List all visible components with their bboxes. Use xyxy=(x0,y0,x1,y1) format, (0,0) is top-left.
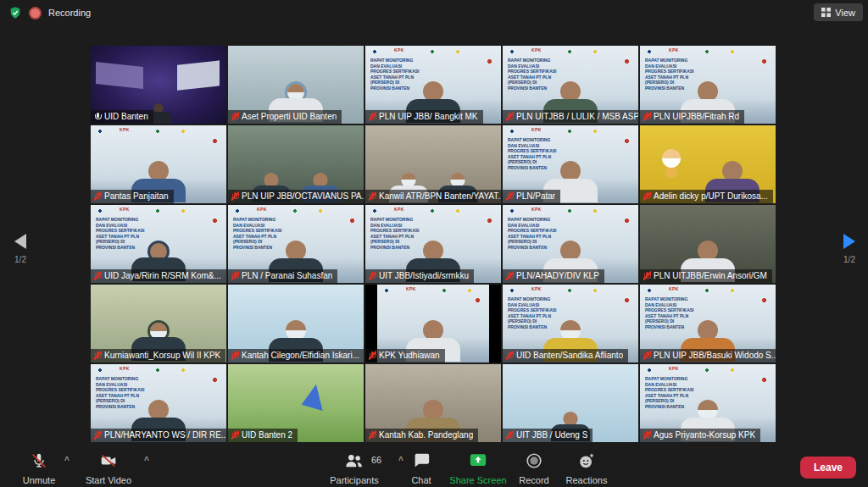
unmute-label: Unmute xyxy=(23,475,56,485)
video-tile[interactable]: PLN/Patar xyxy=(503,125,638,203)
participant-name: UIT JBB/Istiyadi/srmkku xyxy=(379,271,469,280)
video-tile[interactable]: UID Banten xyxy=(91,46,226,124)
muted-mic-icon xyxy=(231,271,239,280)
reactions-button[interactable]: Reactions xyxy=(557,451,616,485)
video-tile[interactable]: PLN UITJBB/Erwin Ansori/GM xyxy=(640,205,776,283)
participant-name: PLN/HARYANTO WS / DIR RE... xyxy=(104,430,226,440)
participant-name: UIT JBB / Udeng S xyxy=(516,430,587,440)
participants-button[interactable]: Participants 66 ^ xyxy=(320,451,388,485)
participant-name: PLN UIP JBB/ Bangkit MK xyxy=(379,112,478,121)
previous-page-arrow-icon[interactable] xyxy=(14,234,26,249)
participant-name-tag: UID Banten/Sandika Aflianto xyxy=(503,349,628,362)
muted-mic-icon xyxy=(94,351,102,360)
participant-name-tag: PLN/AHADY/DIV KLP xyxy=(503,269,604,283)
video-tile[interactable]: PLN/HARYANTO WS / DIR RE... xyxy=(91,364,226,442)
participant-name: PLN UITJBB/Erwin Ansori/GM xyxy=(654,271,767,280)
participant-name-tag: Kantah Cilegon/Elfidian Iskari... xyxy=(228,349,364,362)
meeting-toolbar: Unmute ^ Start Video ^ Participants 66 ^… xyxy=(0,449,868,487)
video-tile[interactable]: PLN UIPJBB/Fitrah Rd xyxy=(640,46,776,124)
record-icon xyxy=(525,451,543,470)
unmute-button[interactable]: Unmute ^ xyxy=(10,451,68,485)
recording-dot-icon xyxy=(29,7,42,19)
participant-name-tag: PLN UIP JBB/OCTAVIANUS PA... xyxy=(228,190,364,203)
video-tile[interactable]: PLN UIP JBB/OCTAVIANUS PA... xyxy=(228,125,364,203)
video-tile[interactable]: Kanwil ATR/BPN Banten/YAYAT... xyxy=(365,125,501,203)
participant-name: UID Banten 2 xyxy=(242,430,292,440)
video-tile[interactable]: PLN/AHADY/DIV KLP xyxy=(503,205,638,283)
participant-name-tag: UID Jaya/Ririn R/SRM Kom&... xyxy=(91,269,226,283)
next-page-arrow-icon[interactable] xyxy=(843,234,855,249)
page-indicator: 1/2 xyxy=(10,255,31,264)
video-tile[interactable]: PLN UIP JBB/ Bangkit MK xyxy=(365,46,501,124)
participant-name: PLN / Paranai Suhasfan xyxy=(242,271,332,280)
video-tile[interactable]: UID Jaya/Ririn R/SRM Kom&... xyxy=(91,205,226,283)
participant-name: UID Banten xyxy=(104,112,148,121)
participant-name-tag: UID Banten xyxy=(91,110,153,124)
muted-mic-icon xyxy=(94,271,102,280)
leave-button[interactable]: Leave xyxy=(800,457,856,479)
participant-name: PLN UIP JBB/Basuki Widodo S... xyxy=(654,351,776,360)
video-tile[interactable]: Agus Priyanto-Korsup KPK xyxy=(640,364,776,442)
video-tile[interactable]: Kantah Cilegon/Elfidian Iskari... xyxy=(228,285,364,362)
video-tile[interactable]: Pantas Panjaitan xyxy=(91,125,226,203)
muted-mic-icon xyxy=(231,430,239,440)
participant-name: Agus Priyanto-Korsup KPK xyxy=(654,430,755,440)
participant-name: PLN UIPJBB/Fitrah Rd xyxy=(654,112,739,121)
video-tile[interactable]: UIT JBB / Udeng S xyxy=(503,364,638,442)
start-video-button[interactable]: Start Video ^ xyxy=(75,451,142,485)
video-tile[interactable]: UID Banten/Sandika Aflianto xyxy=(503,285,638,362)
video-tile[interactable]: Adelin dicky p/UPT Durikosa... xyxy=(640,125,776,203)
participant-name-tag: UIT JBB / Udeng S xyxy=(503,429,593,442)
participant-name: PLN UITJBB / LULIK / MSB ASP... xyxy=(516,112,638,121)
muted-mic-icon xyxy=(643,271,651,280)
participant-name-tag: Pantas Panjaitan xyxy=(91,190,174,203)
muted-mic-icon xyxy=(231,191,239,201)
video-tile[interactable]: UID Banten 2 xyxy=(228,364,364,442)
video-options-caret-icon[interactable]: ^ xyxy=(144,456,149,465)
video-tile[interactable]: Aset Properti UID Banten xyxy=(228,46,364,124)
participant-name: PLN/AHADY/DIV KLP xyxy=(516,271,599,280)
participant-name-tag: UIT JBB/Istiyadi/srmkku xyxy=(365,269,474,283)
mic-options-caret-icon[interactable]: ^ xyxy=(64,456,70,465)
video-tile[interactable]: PLN / Paranai Suhasfan xyxy=(228,205,364,283)
share-screen-button[interactable]: Share Screen xyxy=(439,451,517,485)
record-button[interactable]: Record xyxy=(509,451,559,485)
view-label: View xyxy=(835,8,855,18)
video-tile[interactable]: Kantah Kab. Pandeglang xyxy=(365,364,501,442)
reactions-label: Reactions xyxy=(566,475,608,485)
participant-name-tag: PLN UIP JBB/Basuki Widodo S... xyxy=(640,349,776,362)
muted-mic-icon xyxy=(231,351,239,360)
video-tile[interactable]: PLN UITJBB / LULIK / MSB ASP... xyxy=(503,46,638,124)
participant-name: PLN/Patar xyxy=(516,191,555,201)
video-tile[interactable]: Kurniawanti_Korsup Wil II KPK xyxy=(91,285,226,362)
muted-mic-icon xyxy=(506,271,514,280)
view-button[interactable]: View xyxy=(814,3,863,21)
muted-mic-icon xyxy=(231,112,239,121)
participant-name-tag: PLN UIP JBB/ Bangkit MK xyxy=(365,110,483,124)
participant-name-tag: PLN / Paranai Suhasfan xyxy=(228,269,337,283)
recording-label: Recording xyxy=(48,8,91,18)
muted-mic-icon xyxy=(506,112,514,121)
participant-name-tag: UID Banten 2 xyxy=(228,429,298,442)
gallery-grid-icon xyxy=(821,8,831,17)
participant-name-tag: PLN UITJBB / LULIK / MSB ASP... xyxy=(503,110,638,124)
security-shield-icon[interactable] xyxy=(8,6,22,19)
video-tile[interactable]: PLN UIP JBB/Basuki Widodo S... xyxy=(640,285,776,362)
video-tile[interactable]: KPK Yudhiawan xyxy=(365,285,501,362)
participant-name-tag: Kanwil ATR/BPN Banten/YAYAT... xyxy=(365,190,501,203)
record-label: Record xyxy=(519,475,548,485)
video-tile[interactable]: UIT JBB/Istiyadi/srmkku xyxy=(365,205,501,283)
recording-indicator: Recording xyxy=(8,0,91,25)
share-screen-icon xyxy=(468,451,488,470)
muted-mic-icon xyxy=(643,430,651,440)
participants-count: 66 xyxy=(371,455,381,465)
top-bar: Recording View xyxy=(0,0,868,25)
muted-mic-icon xyxy=(643,351,651,360)
participant-name-tag: KPK Yudhiawan xyxy=(365,349,445,362)
participant-name: Kurniawanti_Korsup Wil II KPK xyxy=(104,351,220,360)
participant-name: KPK Yudhiawan xyxy=(379,351,440,360)
muted-mic-icon xyxy=(643,191,651,201)
participant-name: UID Banten/Sandika Aflianto xyxy=(516,351,623,360)
participant-name-tag: PLN UITJBB/Erwin Ansori/GM xyxy=(640,269,772,283)
gallery-grid: UID Banten Aset Properti UID Banten PLN … xyxy=(91,46,777,442)
